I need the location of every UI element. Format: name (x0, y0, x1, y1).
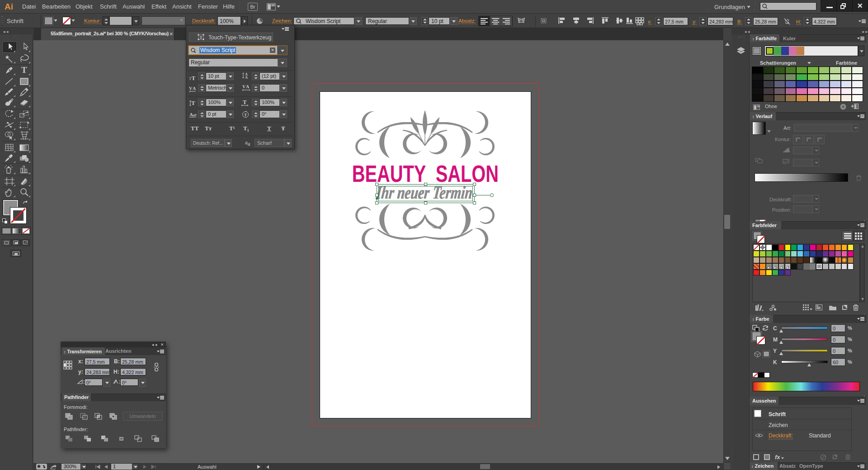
svg-text:V: V (189, 86, 193, 91)
svg-text:T: T (199, 35, 202, 40)
svg-text:A: A (245, 76, 248, 79)
svg-text:a: a (193, 113, 195, 117)
svg-text:A: A (189, 112, 193, 117)
svg-text:V: V (242, 84, 246, 89)
svg-text:A: A (193, 86, 196, 91)
svg-text:T: T (191, 100, 195, 106)
svg-text:A: A (246, 84, 250, 89)
svg-text:T: T (243, 100, 247, 105)
svg-text:T: T (244, 113, 247, 117)
